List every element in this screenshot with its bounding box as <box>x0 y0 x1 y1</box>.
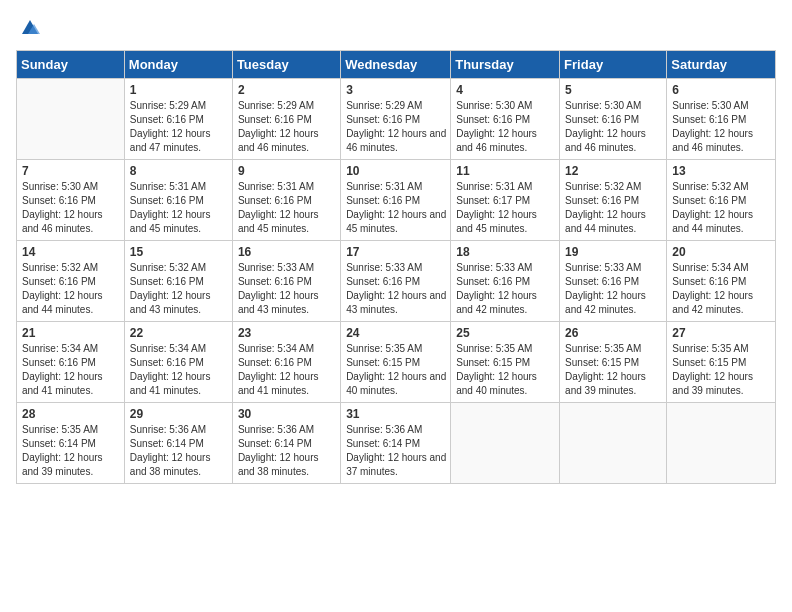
calendar-cell: 2Sunrise: 5:29 AMSunset: 6:16 PMDaylight… <box>232 79 340 160</box>
day-number: 15 <box>130 245 228 259</box>
day-info: Sunrise: 5:34 AMSunset: 6:16 PMDaylight:… <box>22 342 120 398</box>
day-info: Sunrise: 5:35 AMSunset: 6:15 PMDaylight:… <box>456 342 555 398</box>
weekday-header-thursday: Thursday <box>451 51 560 79</box>
calendar-cell: 28Sunrise: 5:35 AMSunset: 6:14 PMDayligh… <box>17 403 125 484</box>
day-number: 14 <box>22 245 120 259</box>
day-number: 21 <box>22 326 120 340</box>
calendar-cell: 14Sunrise: 5:32 AMSunset: 6:16 PMDayligh… <box>17 241 125 322</box>
calendar-cell: 4Sunrise: 5:30 AMSunset: 6:16 PMDaylight… <box>451 79 560 160</box>
page-header <box>16 16 776 40</box>
day-info: Sunrise: 5:31 AMSunset: 6:16 PMDaylight:… <box>238 180 336 236</box>
day-info: Sunrise: 5:30 AMSunset: 6:16 PMDaylight:… <box>456 99 555 155</box>
day-info: Sunrise: 5:32 AMSunset: 6:16 PMDaylight:… <box>22 261 120 317</box>
day-number: 10 <box>346 164 446 178</box>
day-number: 23 <box>238 326 336 340</box>
day-number: 24 <box>346 326 446 340</box>
calendar-cell <box>451 403 560 484</box>
day-info: Sunrise: 5:35 AMSunset: 6:15 PMDaylight:… <box>672 342 771 398</box>
calendar-cell: 29Sunrise: 5:36 AMSunset: 6:14 PMDayligh… <box>124 403 232 484</box>
day-number: 3 <box>346 83 446 97</box>
day-info: Sunrise: 5:36 AMSunset: 6:14 PMDaylight:… <box>346 423 446 479</box>
logo <box>16 16 42 40</box>
calendar-cell: 30Sunrise: 5:36 AMSunset: 6:14 PMDayligh… <box>232 403 340 484</box>
day-info: Sunrise: 5:35 AMSunset: 6:15 PMDaylight:… <box>346 342 446 398</box>
day-number: 27 <box>672 326 771 340</box>
day-info: Sunrise: 5:33 AMSunset: 6:16 PMDaylight:… <box>456 261 555 317</box>
day-number: 9 <box>238 164 336 178</box>
calendar-week-4: 21Sunrise: 5:34 AMSunset: 6:16 PMDayligh… <box>17 322 776 403</box>
calendar-week-5: 28Sunrise: 5:35 AMSunset: 6:14 PMDayligh… <box>17 403 776 484</box>
day-number: 17 <box>346 245 446 259</box>
logo-icon <box>18 16 42 40</box>
calendar-cell: 27Sunrise: 5:35 AMSunset: 6:15 PMDayligh… <box>667 322 776 403</box>
day-info: Sunrise: 5:36 AMSunset: 6:14 PMDaylight:… <box>130 423 228 479</box>
weekday-header-saturday: Saturday <box>667 51 776 79</box>
calendar-cell: 31Sunrise: 5:36 AMSunset: 6:14 PMDayligh… <box>341 403 451 484</box>
calendar-cell: 18Sunrise: 5:33 AMSunset: 6:16 PMDayligh… <box>451 241 560 322</box>
day-info: Sunrise: 5:32 AMSunset: 6:16 PMDaylight:… <box>130 261 228 317</box>
day-number: 1 <box>130 83 228 97</box>
day-info: Sunrise: 5:35 AMSunset: 6:15 PMDaylight:… <box>565 342 662 398</box>
day-info: Sunrise: 5:34 AMSunset: 6:16 PMDaylight:… <box>238 342 336 398</box>
day-number: 29 <box>130 407 228 421</box>
day-number: 25 <box>456 326 555 340</box>
day-info: Sunrise: 5:30 AMSunset: 6:16 PMDaylight:… <box>672 99 771 155</box>
calendar-cell: 15Sunrise: 5:32 AMSunset: 6:16 PMDayligh… <box>124 241 232 322</box>
calendar-cell: 10Sunrise: 5:31 AMSunset: 6:16 PMDayligh… <box>341 160 451 241</box>
weekday-header-monday: Monday <box>124 51 232 79</box>
calendar-cell: 13Sunrise: 5:32 AMSunset: 6:16 PMDayligh… <box>667 160 776 241</box>
calendar-cell: 19Sunrise: 5:33 AMSunset: 6:16 PMDayligh… <box>560 241 667 322</box>
day-number: 12 <box>565 164 662 178</box>
calendar-cell: 21Sunrise: 5:34 AMSunset: 6:16 PMDayligh… <box>17 322 125 403</box>
day-number: 20 <box>672 245 771 259</box>
calendar-cell: 9Sunrise: 5:31 AMSunset: 6:16 PMDaylight… <box>232 160 340 241</box>
weekday-header-sunday: Sunday <box>17 51 125 79</box>
calendar-cell: 26Sunrise: 5:35 AMSunset: 6:15 PMDayligh… <box>560 322 667 403</box>
day-info: Sunrise: 5:29 AMSunset: 6:16 PMDaylight:… <box>130 99 228 155</box>
calendar-cell: 1Sunrise: 5:29 AMSunset: 6:16 PMDaylight… <box>124 79 232 160</box>
calendar-cell: 3Sunrise: 5:29 AMSunset: 6:16 PMDaylight… <box>341 79 451 160</box>
day-number: 16 <box>238 245 336 259</box>
day-info: Sunrise: 5:34 AMSunset: 6:16 PMDaylight:… <box>672 261 771 317</box>
calendar-cell: 22Sunrise: 5:34 AMSunset: 6:16 PMDayligh… <box>124 322 232 403</box>
day-number: 31 <box>346 407 446 421</box>
day-number: 18 <box>456 245 555 259</box>
day-info: Sunrise: 5:32 AMSunset: 6:16 PMDaylight:… <box>672 180 771 236</box>
day-number: 13 <box>672 164 771 178</box>
day-info: Sunrise: 5:31 AMSunset: 6:17 PMDaylight:… <box>456 180 555 236</box>
day-info: Sunrise: 5:30 AMSunset: 6:16 PMDaylight:… <box>22 180 120 236</box>
day-number: 11 <box>456 164 555 178</box>
weekday-header-friday: Friday <box>560 51 667 79</box>
weekday-header-tuesday: Tuesday <box>232 51 340 79</box>
calendar-cell: 17Sunrise: 5:33 AMSunset: 6:16 PMDayligh… <box>341 241 451 322</box>
day-number: 4 <box>456 83 555 97</box>
day-number: 6 <box>672 83 771 97</box>
day-info: Sunrise: 5:34 AMSunset: 6:16 PMDaylight:… <box>130 342 228 398</box>
day-info: Sunrise: 5:33 AMSunset: 6:16 PMDaylight:… <box>238 261 336 317</box>
day-number: 8 <box>130 164 228 178</box>
calendar-cell: 20Sunrise: 5:34 AMSunset: 6:16 PMDayligh… <box>667 241 776 322</box>
day-number: 30 <box>238 407 336 421</box>
weekday-header-wednesday: Wednesday <box>341 51 451 79</box>
calendar-cell: 16Sunrise: 5:33 AMSunset: 6:16 PMDayligh… <box>232 241 340 322</box>
day-info: Sunrise: 5:35 AMSunset: 6:14 PMDaylight:… <box>22 423 120 479</box>
day-number: 19 <box>565 245 662 259</box>
calendar-cell: 23Sunrise: 5:34 AMSunset: 6:16 PMDayligh… <box>232 322 340 403</box>
day-number: 5 <box>565 83 662 97</box>
calendar-cell: 5Sunrise: 5:30 AMSunset: 6:16 PMDaylight… <box>560 79 667 160</box>
day-info: Sunrise: 5:33 AMSunset: 6:16 PMDaylight:… <box>565 261 662 317</box>
day-info: Sunrise: 5:30 AMSunset: 6:16 PMDaylight:… <box>565 99 662 155</box>
calendar-cell: 25Sunrise: 5:35 AMSunset: 6:15 PMDayligh… <box>451 322 560 403</box>
day-info: Sunrise: 5:31 AMSunset: 6:16 PMDaylight:… <box>346 180 446 236</box>
calendar-week-1: 1Sunrise: 5:29 AMSunset: 6:16 PMDaylight… <box>17 79 776 160</box>
calendar-cell: 6Sunrise: 5:30 AMSunset: 6:16 PMDaylight… <box>667 79 776 160</box>
day-info: Sunrise: 5:29 AMSunset: 6:16 PMDaylight:… <box>238 99 336 155</box>
day-number: 2 <box>238 83 336 97</box>
calendar-cell: 24Sunrise: 5:35 AMSunset: 6:15 PMDayligh… <box>341 322 451 403</box>
calendar-cell <box>560 403 667 484</box>
calendar-cell: 11Sunrise: 5:31 AMSunset: 6:17 PMDayligh… <box>451 160 560 241</box>
calendar-cell <box>17 79 125 160</box>
calendar-week-3: 14Sunrise: 5:32 AMSunset: 6:16 PMDayligh… <box>17 241 776 322</box>
day-info: Sunrise: 5:32 AMSunset: 6:16 PMDaylight:… <box>565 180 662 236</box>
day-info: Sunrise: 5:33 AMSunset: 6:16 PMDaylight:… <box>346 261 446 317</box>
